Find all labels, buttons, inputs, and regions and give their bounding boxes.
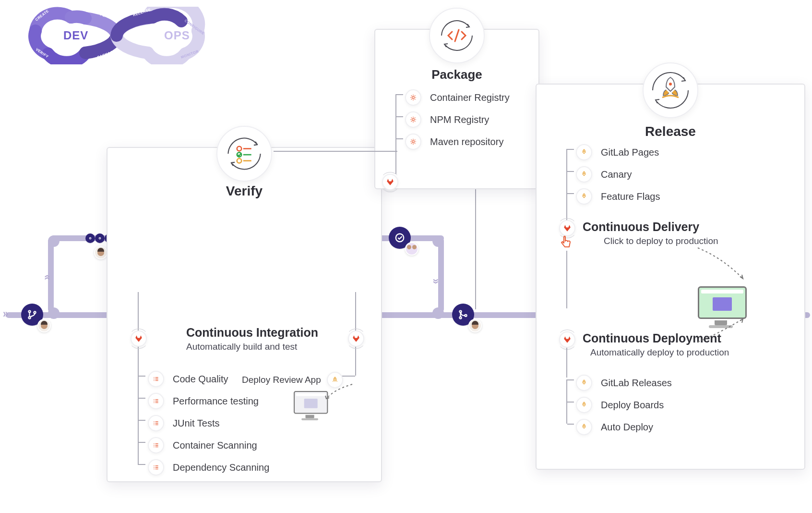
list-item: Container Registry: [377, 86, 540, 109]
gitlab-fox-icon: [382, 174, 398, 190]
user-avatar: [94, 246, 107, 259]
reviewers-avatar: [405, 242, 418, 256]
user-avatar: [468, 319, 482, 332]
user-avatar: [37, 319, 51, 332]
rocket-icon: [576, 166, 592, 183]
cdp-subtitle: Automatically deploy to production: [583, 347, 812, 358]
list-item: Dependency Scanning: [120, 456, 394, 478]
svg-point-24: [237, 159, 241, 163]
gitlab-fox-icon: [348, 330, 364, 347]
ci-title: Continuous Integration: [186, 326, 460, 340]
dashed-arrow-icon: [695, 245, 748, 283]
release-hero-icon: [643, 62, 698, 118]
pipe-corner: [432, 235, 444, 247]
list-item: GitLab Releases: [548, 372, 812, 394]
list-icon: [148, 415, 164, 431]
package-stem: [395, 138, 396, 174]
release-stem: [566, 251, 567, 308]
list-item: Maven repository: [377, 131, 540, 153]
cd-section: Continuous Delivery Click to deploy to p…: [583, 220, 812, 246]
verify-to-package-connector: [274, 151, 397, 152]
release-title: Release: [537, 124, 804, 139]
release-top-feature-list: GitLab Pages Canary Feature Flags: [548, 141, 812, 208]
git-branch-icon: [27, 309, 37, 320]
svg-point-22: [237, 147, 241, 151]
rocket-icon: [576, 144, 592, 160]
pipe-corner: [48, 307, 60, 319]
chevron-down-icon: »: [430, 279, 443, 280]
list-icon: [148, 393, 164, 409]
gear-icon: [405, 134, 421, 150]
list-item: Canary: [548, 163, 812, 185]
gitlab-fox-icon: [131, 330, 147, 347]
list-item: Deploy Boards: [548, 394, 812, 416]
list-item: GitLab Pages: [548, 141, 812, 163]
svg-point-25: [334, 379, 335, 379]
list-item: Auto Deploy: [548, 416, 812, 438]
commit-dot: [85, 233, 95, 243]
review-app-monitor-icon: [294, 391, 326, 419]
svg-point-34: [584, 403, 585, 404]
verify-hero-icon: [216, 126, 272, 182]
rocket-icon: [576, 397, 592, 413]
rocket-icon: [576, 419, 592, 435]
gitlab-fox-icon: [559, 220, 575, 236]
svg-point-30: [584, 151, 585, 152]
ci-subtitle: Automatically build and test: [186, 342, 460, 352]
svg-point-26: [412, 97, 415, 99]
svg-point-28: [412, 141, 415, 143]
commit-dot: [95, 233, 105, 243]
svg-point-35: [584, 426, 585, 427]
release-stem: [566, 193, 567, 221]
svg-point-27: [412, 119, 415, 121]
svg-point-32: [584, 195, 585, 196]
rocket-icon: [576, 375, 592, 391]
package-title: Package: [375, 67, 538, 82]
click-hand-icon: [559, 235, 573, 249]
package-panel: Package Container Registry NPM Registry …: [374, 29, 539, 189]
package-feature-list: Container Registry NPM Registry Maven re…: [377, 86, 540, 153]
list-icon: [148, 371, 164, 387]
list-item: Feature Flags: [548, 185, 812, 208]
gear-icon: [405, 111, 421, 128]
svg-point-10: [89, 237, 91, 239]
release-panel: Release GitLab Pages Canary Feature Flag…: [536, 84, 805, 470]
svg-point-31: [584, 173, 585, 174]
pipeline-feature-branch-left: [48, 239, 54, 312]
verify-title: Verify: [107, 183, 381, 199]
gitlab-fox-icon: [559, 331, 575, 348]
list-item: JUnit Tests: [120, 412, 394, 434]
pipe-corner: [48, 235, 60, 247]
gear-icon: [405, 89, 421, 106]
pipeline-feature-branch-right: [438, 239, 444, 312]
svg-point-33: [584, 381, 585, 382]
chevron-up-icon: »: [40, 279, 54, 280]
pipe-corner: [432, 307, 444, 319]
release-bottom-feature-list: GitLab Releases Deploy Boards Auto Deplo…: [548, 372, 812, 438]
package-connector: [475, 187, 476, 309]
package-hero-icon: [429, 8, 485, 63]
devops-infinity-badge: CREATE PLAN VERIFY PACKAGE RELEASE CONFI…: [13, 7, 220, 64]
svg-point-11: [99, 237, 100, 239]
chevron-right-icon: »: [3, 307, 4, 321]
rocket-icon: [576, 188, 592, 205]
list-icon: [148, 437, 164, 453]
list-icon: [148, 459, 164, 476]
list-item: Container Scanning: [120, 434, 394, 456]
verify-panel: Verify Continuous Integration Automatica…: [107, 147, 382, 482]
git-merge-icon: [458, 309, 468, 320]
svg-point-29: [669, 83, 672, 86]
dashed-arrow-icon: [323, 382, 357, 402]
ci-section: Continuous Integration Automatically bui…: [186, 326, 460, 352]
list-item: NPM Registry: [377, 109, 540, 131]
check-circle-icon: [394, 232, 405, 243]
cd-title: Continuous Delivery: [583, 220, 812, 234]
svg-point-18: [396, 234, 404, 242]
infinity-loop-icon: CREATE PLAN VERIFY PACKAGE RELEASE CONFI…: [13, 7, 220, 64]
gitlab-cicd-diagram: CREATE PLAN VERIFY PACKAGE RELEASE CONFI…: [0, 0, 812, 513]
dashed-arrow-icon: [695, 316, 748, 345]
